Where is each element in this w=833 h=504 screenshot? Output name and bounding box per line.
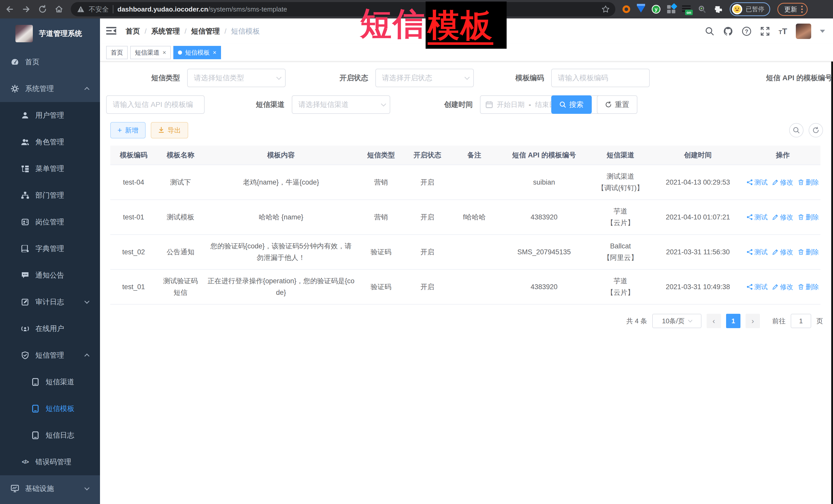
prev-page-button[interactable]: ‹	[707, 314, 721, 328]
sidebar-item-roles[interactable]: 角色管理	[0, 129, 100, 155]
back-icon[interactable]	[5, 5, 14, 14]
status-select[interactable]: 请选择开启状态	[375, 69, 474, 87]
sidebar-item-error-codes[interactable]: </> 错误码管理	[0, 449, 100, 475]
trash-icon	[798, 179, 804, 185]
home-icon[interactable]	[54, 5, 64, 14]
cell-template-code: test-01	[110, 209, 157, 226]
delete-link[interactable]: 删除	[798, 177, 819, 188]
page-scrollbar[interactable]	[831, 62, 833, 504]
tab-home[interactable]: 首页	[106, 46, 128, 59]
sidebar-item-online-users[interactable]: 在线用户	[0, 315, 100, 342]
cell-api-template-id: suibian	[498, 173, 590, 191]
puzzle-extensions-icon[interactable]	[713, 5, 722, 14]
sidebar-item-sms-channel[interactable]: 短信渠道	[0, 369, 100, 395]
sidebar-item-audit-log[interactable]: 审计日志	[0, 289, 100, 315]
edit-link[interactable]: 修改	[772, 177, 793, 188]
add-button[interactable]: + 新增	[110, 122, 146, 139]
green-circle-extension-icon[interactable]: y	[652, 5, 661, 14]
list-extension-icon[interactable]: on	[682, 5, 691, 13]
channel-label: 短信渠道	[187, 100, 286, 110]
sidebar-item-users[interactable]: 用户管理	[0, 102, 100, 129]
profile-label: 已暂停	[746, 5, 764, 13]
font-size-icon[interactable]: TT	[779, 27, 787, 36]
test-link[interactable]: 测试	[746, 282, 768, 292]
sidebar-item-infrastructure[interactable]: 基础设施	[0, 475, 100, 502]
sidebar-bottom-section: 基础设施	[0, 475, 100, 504]
close-icon[interactable]: ×	[163, 49, 166, 56]
address-bar[interactable]: 不安全 dashboard.yudao.iocoder.cn/system/sm…	[71, 2, 615, 17]
github-icon[interactable]	[723, 26, 733, 36]
sidebar-item-announcements[interactable]: 通知公告	[0, 262, 100, 289]
magnifier-extension-icon[interactable]	[697, 5, 707, 14]
close-icon[interactable]: ×	[213, 49, 216, 56]
delete-link[interactable]: 删除	[798, 247, 819, 258]
edit-link[interactable]: 修改	[772, 247, 793, 258]
reset-button[interactable]: 重置	[597, 95, 637, 114]
sidebar-item-dictionary[interactable]: 字典管理	[0, 235, 100, 262]
top-navbar: 首页 / 系统管理 / 短信管理 / 短信模板 ? TT	[100, 19, 833, 44]
edit-link[interactable]: 修改	[772, 282, 793, 292]
breadcrumb-system[interactable]: 系统管理	[151, 26, 180, 36]
sidebar-item-departments[interactable]: 部门管理	[0, 182, 100, 209]
sidebar-item-sms-log[interactable]: 短信日志	[0, 422, 100, 449]
sidebar-item-posts[interactable]: 岗位管理	[0, 209, 100, 235]
extensions-row: y on	[622, 5, 722, 14]
url-domain: dashboard.yudao.iocoder.cn	[117, 5, 208, 13]
reload-icon[interactable]	[38, 5, 47, 14]
table-row: test-04 测试下 老鸡{name}，牛逼{code} 营销 开启 suib…	[110, 165, 820, 200]
bookmark-star-icon[interactable]	[601, 5, 610, 14]
template-code-input[interactable]	[551, 69, 650, 87]
browser-profile-button[interactable]: 已暂停	[730, 2, 770, 16]
tab-sms-channel[interactable]: 短信渠道×	[130, 46, 171, 59]
hamburger-icon[interactable]	[106, 26, 116, 37]
breadcrumb-sms[interactable]: 短信管理	[191, 26, 220, 36]
edit-link[interactable]: 修改	[772, 212, 793, 223]
orange-donut-extension-icon[interactable]	[622, 5, 630, 13]
cell-status: 开启	[404, 278, 451, 296]
cell-template-name: 公告通知	[157, 243, 204, 261]
test-link[interactable]: 测试	[746, 212, 768, 223]
svg-text:?: ?	[745, 28, 748, 34]
help-question-icon[interactable]: ?	[742, 26, 752, 36]
tab-sms-template[interactable]: 短信模板×	[173, 46, 221, 59]
breadcrumb-home[interactable]: 首页	[126, 26, 140, 36]
page-size-select[interactable]: 10条/页	[652, 314, 701, 328]
show-search-toggle-button[interactable]	[789, 123, 804, 137]
forward-icon[interactable]	[22, 5, 31, 14]
sidebar-item-label: 在线用户	[35, 324, 64, 334]
sidebar-submenu-section: 用户管理 角色管理 菜单管理 部门管理 岗位管理 字典管理	[0, 102, 100, 475]
code-icon: </>	[21, 459, 29, 465]
sms-type-select[interactable]: 请选择短信类型	[187, 69, 286, 87]
cell-channel: 芋道【云片】	[590, 272, 651, 301]
delete-link[interactable]: 删除	[798, 212, 819, 223]
total-count: 共 4 条	[626, 317, 647, 326]
refresh-table-button[interactable]	[809, 123, 823, 137]
search-button[interactable]: 搜索	[551, 95, 592, 114]
sidebar-item-sms-template[interactable]: 短信模板	[0, 395, 100, 422]
menu-tree-icon	[21, 165, 29, 172]
test-link[interactable]: 测试	[746, 247, 768, 258]
goto-page-input[interactable]	[791, 314, 811, 328]
sidebar-item-system[interactable]: 系统管理	[0, 75, 100, 102]
test-link[interactable]: 测试	[746, 177, 768, 188]
search-icon[interactable]	[705, 26, 715, 36]
sidebar-item-menus[interactable]: 菜单管理	[0, 155, 100, 182]
cell-channel: 芋道【云片】	[590, 202, 651, 232]
current-page[interactable]: 1	[726, 314, 740, 328]
gem-extension-icon[interactable]	[637, 6, 645, 13]
grid-extension-icon[interactable]	[667, 5, 675, 13]
fullscreen-icon[interactable]	[760, 26, 770, 36]
next-page-button[interactable]: ›	[745, 314, 760, 328]
user-avatar[interactable]	[796, 24, 811, 39]
export-button[interactable]: 导出	[151, 122, 188, 139]
sidebar-item-sms-management[interactable]: 短信管理	[0, 342, 100, 369]
avatar-caret-down-icon[interactable]	[820, 30, 825, 33]
chevron-up-icon	[85, 354, 90, 359]
browser-update-button[interactable]: 更新	[777, 3, 808, 16]
browser-menu-kebab-icon[interactable]	[801, 6, 803, 13]
logo-row[interactable]: 芋道管理系统	[0, 19, 100, 49]
sidebar-item-home[interactable]: 首页	[0, 49, 100, 75]
cell-api-template-id: 4383920	[498, 278, 590, 296]
users-icon	[21, 139, 29, 146]
delete-link[interactable]: 删除	[798, 282, 819, 292]
